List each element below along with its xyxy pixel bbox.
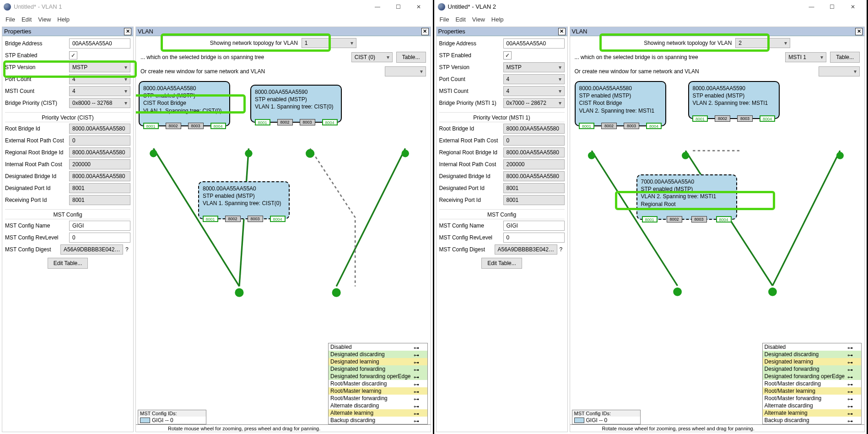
port[interactable]: 8001 [579, 123, 594, 129]
reg-root-id-label: Regional Root Bridge Id [439, 149, 503, 156]
bridge-address-input[interactable]: 00AA55AA55A0 [503, 38, 565, 49]
stp-version-select[interactable]: MSTP [69, 62, 130, 72]
maximize-button[interactable]: ☐ [822, 0, 842, 14]
port[interactable]: 8001 [255, 119, 270, 125]
stp-version-select[interactable]: MSTP [503, 62, 565, 72]
vlan-select[interactable]: 1 [302, 38, 356, 48]
port[interactable]: 8001 [203, 216, 218, 222]
edit-table-button[interactable]: Edit Table... [481, 258, 522, 269]
menu-help[interactable]: Help [57, 16, 70, 23]
svg-point-16 [674, 288, 681, 295]
topology-canvas[interactable]: 8000.00AA55AA5580 STP enabled (MSTP) CIS… [570, 78, 865, 432]
vlan-controls: Showing network topology for VLAN 1 ... … [136, 36, 431, 78]
menu-view[interactable]: View [38, 16, 51, 23]
workarea: Properties ✕ Bridge Address00AA55AA55A0 … [434, 25, 867, 434]
topology-canvas[interactable]: 8000.00AA55AA5580 STP enabled (MSTP) CIS… [136, 78, 431, 432]
port[interactable]: 8004 [270, 216, 286, 222]
edit-table-button[interactable]: Edit Table... [48, 258, 88, 269]
mst-name-input[interactable]: GIGI [69, 221, 130, 231]
port[interactable]: 8001 [642, 216, 658, 222]
priority-vector-section: Priority Vector (CIST) [5, 112, 130, 122]
panel-close-icon[interactable]: ✕ [558, 28, 566, 35]
stp-enabled-checkbox[interactable]: ✓ [503, 51, 512, 60]
port[interactable]: 8002 [601, 123, 617, 129]
port-count-select[interactable]: 4 [69, 74, 130, 84]
bridge-priority-select[interactable]: 0x8000 -- 32768 [69, 98, 130, 108]
minimize-button[interactable]: — [801, 0, 822, 14]
legend-symbol-icon: ⊶ [847, 381, 859, 386]
mst-config-ids-box: MST Config IDs: GIGI -- 0 [572, 410, 641, 424]
port[interactable]: 8004 [716, 216, 732, 222]
port[interactable]: 8003 [188, 123, 204, 129]
new-window-vlan-select[interactable] [385, 66, 426, 76]
stp-enabled-checkbox[interactable]: ✓ [69, 51, 77, 60]
bridge-node-c-selected[interactable]: 7000.00AA55AA55A0 STP enabled (MSTP) VLA… [636, 174, 737, 220]
port[interactable]: 8004 [322, 119, 338, 125]
vlan-select[interactable]: 2 [735, 38, 790, 48]
bridge-node-b[interactable]: 8000.00AA55AA5590 STP enabled (MSTP) VLA… [250, 85, 342, 123]
root-bridge-id-value: 8000.00AA55AA5580 [69, 124, 130, 134]
reg-root-id-value: 8000.00AA55AA5580 [69, 147, 130, 157]
bridge-tree: VLAN 1. Spanning tree: CIST(0) [143, 107, 226, 114]
bridge-priority-select[interactable]: 0x7000 -- 28672 [503, 98, 565, 108]
bridge-node-a[interactable]: 8000.00AA55AA5580 STP enabled (MSTP) CIS… [139, 81, 230, 126]
panel-close-icon[interactable]: ✕ [421, 28, 429, 35]
spanning-tree-select[interactable]: CIST (0) [351, 52, 393, 62]
port[interactable]: 8003 [624, 123, 639, 129]
spanning-tree-select[interactable]: MSTI 1 [785, 52, 826, 62]
legend-row: Backup discarding⊶ [329, 417, 427, 424]
port[interactable]: 8004 [646, 123, 662, 129]
msti-count-select[interactable]: 4 [69, 86, 130, 96]
legend-label: Root/Master learning [330, 388, 410, 394]
bridge-tree: VLAN 1. Spanning tree: CIST(0) [203, 200, 285, 207]
port[interactable]: 8002 [667, 216, 682, 222]
port[interactable]: 8002 [166, 123, 181, 129]
menu-edit[interactable]: Edit [22, 16, 32, 23]
new-window-vlan-select[interactable] [819, 66, 860, 76]
legend-label: Designated forwarding [765, 366, 845, 372]
properties-title: Properties [4, 28, 124, 35]
menu-file[interactable]: File [440, 16, 449, 23]
menu-edit[interactable]: Edit [455, 16, 465, 23]
port[interactable]: 8001 [143, 123, 159, 129]
minimize-button[interactable]: — [367, 0, 388, 14]
menu-help[interactable]: Help [491, 16, 504, 23]
port[interactable]: 8002 [715, 115, 730, 122]
close-button[interactable]: ✕ [409, 0, 429, 14]
bridge-stp: STP enabled (MSTP) [203, 192, 285, 200]
port[interactable]: 8004 [210, 123, 226, 129]
table-button[interactable]: Table... [830, 52, 860, 63]
digest-help-icon[interactable]: ? [123, 246, 130, 253]
mst-config-section: MST Config [5, 209, 130, 219]
mst-rev-input[interactable]: 0 [69, 233, 130, 243]
port[interactable]: 8003 [248, 216, 263, 222]
panel-close-icon[interactable]: ✕ [124, 28, 131, 35]
maximize-button[interactable]: ☐ [388, 0, 409, 14]
port[interactable]: 8002 [225, 216, 241, 222]
digest-help-icon[interactable]: ? [557, 246, 565, 253]
port[interactable]: 8003 [691, 216, 707, 222]
port[interactable]: 8003 [300, 119, 315, 125]
close-button[interactable]: ✕ [842, 0, 863, 14]
svg-line-11 [772, 151, 840, 286]
port[interactable]: 8001 [692, 115, 708, 122]
port[interactable]: 8004 [760, 115, 775, 122]
port[interactable]: 8002 [277, 119, 293, 125]
legend-row: Designated forwarding operEdge⊶ [329, 373, 427, 380]
port[interactable]: 8003 [737, 115, 753, 122]
port-count-select[interactable]: 4 [503, 74, 565, 84]
legend-symbol-icon: ⊶ [847, 411, 859, 415]
bridge-node-c-selected[interactable]: 8000.00AA55AA55A0 STP enabled (MSTP) VLA… [198, 181, 290, 219]
menu-file[interactable]: File [5, 16, 15, 23]
bridge-address-input[interactable]: 00AA55AA55A0 [69, 38, 130, 49]
bridge-node-a[interactable]: 8000.00AA55AA5580 STP enabled (MSTP) CIS… [575, 81, 666, 126]
panel-close-icon[interactable]: ✕ [855, 28, 863, 35]
ext-root-path-value: 0 [69, 136, 130, 146]
menu-view[interactable]: View [472, 16, 485, 23]
table-button[interactable]: Table... [396, 52, 426, 63]
msti-count-select[interactable]: 4 [503, 86, 565, 96]
bridge-node-b[interactable]: 8000.00AA55AA5590 STP enabled (MSTP) VLA… [688, 81, 780, 119]
mst-name-input[interactable]: GIGI [503, 221, 565, 231]
bridge-role: CIST Root Bridge [143, 99, 226, 107]
mst-rev-input[interactable]: 0 [503, 233, 565, 243]
